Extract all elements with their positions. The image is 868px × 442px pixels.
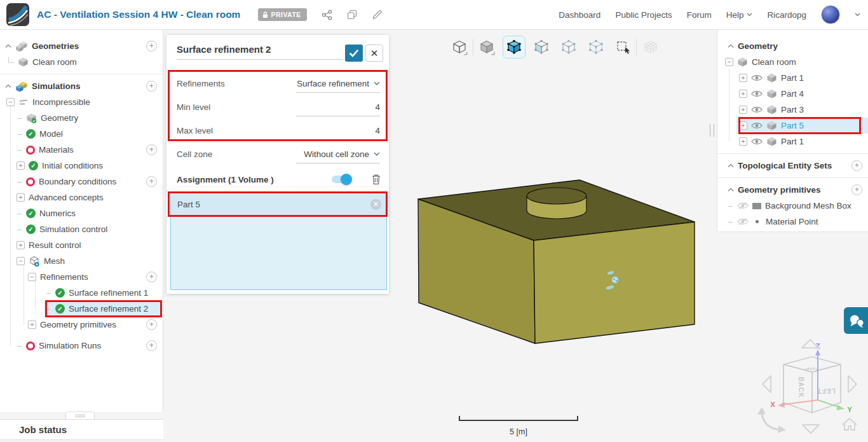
refinement-name-input[interactable]: Surface refinement 2 xyxy=(177,44,343,60)
add-button[interactable]: + xyxy=(146,176,157,187)
collapse-icon[interactable]: − xyxy=(28,273,36,281)
sim-tree-item-surface-refinement-2[interactable]: –✓Surface refinement 2 xyxy=(0,301,163,317)
nav-dashboard[interactable]: Dashboard xyxy=(559,10,600,20)
expand-icon[interactable]: + xyxy=(17,193,25,202)
geom-tree-item-background-mesh-box[interactable]: –Background Mesh Box xyxy=(717,198,868,214)
copy-icon[interactable] xyxy=(347,10,357,20)
nav-public-projects[interactable]: Public Projects xyxy=(615,10,672,20)
cancel-button[interactable]: ✕ xyxy=(365,45,383,62)
sim-tree-item-geometry[interactable]: –Geometry xyxy=(0,110,163,126)
support-chat-button[interactable] xyxy=(844,307,868,334)
sim-tree-item-refinements[interactable]: −Refinements+ xyxy=(0,269,163,285)
sim-tree-item-incompressible[interactable]: −Incompressible xyxy=(0,94,163,110)
navigation-cube[interactable]: BACK LEFT TOP Z X Y xyxy=(755,332,868,441)
assignment-drop-area[interactable] xyxy=(171,216,386,289)
collapse-handle[interactable] xyxy=(65,411,95,419)
confirm-button[interactable] xyxy=(345,45,363,62)
expand-icon[interactable]: + xyxy=(739,121,747,130)
geom-tree-item-clean-room[interactable]: −Clean room xyxy=(717,54,868,70)
geom-tree-item-topological-entity-sets[interactable]: Topological Entity Sets+ xyxy=(717,158,868,174)
sim-tree-item-numerics[interactable]: –✓Numerics xyxy=(0,205,163,221)
sim-tree-item-mesh[interactable]: −Mesh xyxy=(0,253,163,269)
field-cell-zone-select[interactable]: Without cell zone xyxy=(296,146,380,163)
job-status-bar[interactable]: Job status xyxy=(0,419,163,440)
sim-tree-item-geometries[interactable]: Geometries+ xyxy=(0,38,163,54)
remove-icon[interactable]: ✕ xyxy=(370,199,381,210)
add-button[interactable]: + xyxy=(146,340,157,351)
add-button[interactable]: + xyxy=(146,319,157,330)
geom-tree-item-material-point[interactable]: –Material Point xyxy=(717,214,868,230)
collapse-caret-icon[interactable] xyxy=(5,84,11,88)
assignment-item-part-5[interactable]: Part 5 ✕ xyxy=(171,193,386,216)
viewport-3d-model[interactable] xyxy=(391,162,721,372)
nav-forum[interactable]: Forum xyxy=(687,10,712,20)
add-button[interactable]: + xyxy=(146,81,157,92)
expand-icon[interactable]: + xyxy=(739,137,747,146)
sim-tree-item-model[interactable]: –✓Model xyxy=(0,126,163,142)
visibility-on-icon[interactable] xyxy=(751,121,763,130)
geom-tree-item-part-3[interactable]: +Part 3 xyxy=(717,102,868,118)
tool-select-volumes[interactable] xyxy=(503,36,526,59)
sim-tree-item-initial-conditions[interactable]: +✓Initial conditions xyxy=(0,158,163,174)
add-button[interactable]: + xyxy=(146,144,157,155)
user-menu-chevron-icon[interactable] xyxy=(855,13,860,17)
collapse-caret-icon[interactable] xyxy=(728,163,734,168)
tool-select-edges[interactable] xyxy=(585,36,607,59)
collapse-caret-icon[interactable] xyxy=(728,188,734,192)
project-title[interactable]: AC - Ventilation Session 4 HW - Clean ro… xyxy=(37,9,240,20)
sim-tree-item-materials[interactable]: –Materials+ xyxy=(0,142,163,158)
geom-tree-item-geometry-primitives[interactable]: Geometry primitives+ xyxy=(717,182,868,198)
tool-render-mode[interactable] xyxy=(475,36,498,59)
add-button[interactable]: + xyxy=(851,184,862,195)
sim-tree-item-simulation-control[interactable]: –✓Simulation control xyxy=(0,221,163,237)
sim-tree-item-simulations[interactable]: Simulations+ xyxy=(0,78,163,94)
nav-help[interactable]: Help xyxy=(726,10,753,20)
expand-icon[interactable]: + xyxy=(28,321,36,329)
sim-tree-item-clean-room[interactable]: Clean room xyxy=(0,54,163,70)
sim-tree-item-surface-refinement-1[interactable]: –✓Surface refinement 1 xyxy=(0,285,163,301)
geom-tree-item-geometry[interactable]: Geometry xyxy=(717,38,868,54)
tool-box-select[interactable] xyxy=(612,36,635,59)
assignment-toggle[interactable] xyxy=(332,176,351,183)
expand-icon[interactable]: + xyxy=(739,90,747,98)
sim-tree-item-advanced-concepts[interactable]: +Advanced concepts xyxy=(0,190,163,205)
username-label[interactable]: Ricardopg xyxy=(767,10,806,20)
visibility-off-icon[interactable] xyxy=(737,218,749,226)
visibility-on-icon[interactable] xyxy=(751,74,763,82)
collapse-caret-icon[interactable] xyxy=(728,44,734,48)
collapse-icon[interactable]: − xyxy=(6,98,15,106)
geom-tree-item-part-1[interactable]: +Part 1 xyxy=(717,70,868,86)
add-button[interactable]: + xyxy=(851,160,862,171)
field-refinements-select[interactable]: Surface refinement xyxy=(296,75,380,93)
simscale-logo-icon[interactable] xyxy=(6,3,29,26)
tool-fit-view[interactable] xyxy=(448,36,471,59)
sim-tree-item-simulation-runs[interactable]: –Simulation Runs+ xyxy=(0,338,163,354)
visibility-on-icon[interactable] xyxy=(751,106,763,114)
collapse-caret-icon[interactable] xyxy=(5,44,11,48)
collapse-icon[interactable]: − xyxy=(17,257,25,265)
sim-tree-item-geometry-primitives[interactable]: +Geometry primitives+ xyxy=(0,317,163,333)
expand-icon[interactable]: + xyxy=(17,162,25,170)
sim-tree-item-boundary-conditions[interactable]: –Boundary conditions+ xyxy=(0,174,163,190)
tool-select-faces[interactable] xyxy=(530,36,553,59)
user-avatar[interactable] xyxy=(821,5,840,24)
visibility-off-icon[interactable] xyxy=(737,202,749,210)
visibility-on-icon[interactable] xyxy=(751,90,763,98)
geom-tree-item-part-1[interactable]: +Part 1 xyxy=(717,134,868,149)
expand-icon[interactable]: + xyxy=(739,74,747,82)
share-icon[interactable] xyxy=(322,10,332,20)
expand-icon[interactable]: + xyxy=(17,241,25,249)
geom-tree-item-part-5[interactable]: +Part 5 xyxy=(717,118,868,134)
panel-resize-handle[interactable] xyxy=(710,124,714,137)
add-button[interactable]: + xyxy=(146,41,157,52)
add-button[interactable]: + xyxy=(146,272,157,282)
edit-icon[interactable] xyxy=(372,10,382,20)
tool-select-vertices[interactable] xyxy=(557,36,580,59)
delete-assignment-icon[interactable] xyxy=(371,174,381,185)
field-max-level-number[interactable]: 4 xyxy=(296,122,380,140)
collapse-icon[interactable]: − xyxy=(725,58,733,66)
sim-tree-item-result-control[interactable]: +Result control xyxy=(0,237,163,253)
expand-icon[interactable]: + xyxy=(739,106,747,114)
geom-tree-item-part-4[interactable]: +Part 4 xyxy=(717,86,868,102)
visibility-on-icon[interactable] xyxy=(751,137,763,146)
